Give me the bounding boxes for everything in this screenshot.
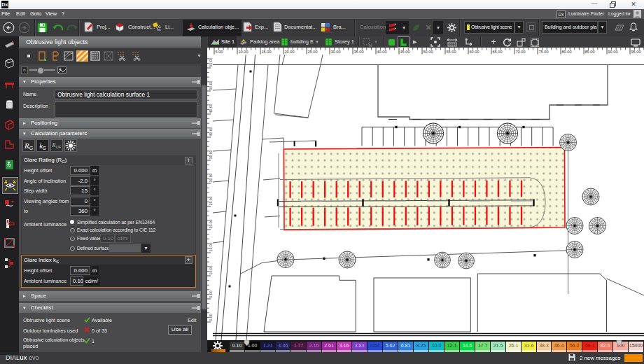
svg-text:45.00: 45.00 (400, 50, 410, 54)
svg-text:70.00: 70.00 (516, 50, 526, 54)
svg-text:40.00: 40.00 (209, 127, 213, 136)
svg-text:15.00: 15.00 (262, 50, 272, 54)
svg-text:90.00: 90.00 (608, 50, 618, 54)
svg-text:10.00: 10.00 (239, 50, 248, 54)
svg-text:50.00: 50.00 (424, 50, 433, 54)
svg-text:45.00: 45.00 (209, 104, 213, 113)
svg-text:20.00: 20.00 (209, 219, 213, 228)
svg-text:85.00: 85.00 (585, 50, 595, 54)
svg-text:35.00: 35.00 (354, 50, 364, 54)
svg-text:50.00: 50.00 (209, 80, 213, 90)
svg-text:5.00: 5.00 (216, 50, 223, 54)
svg-text:55.00: 55.00 (209, 57, 213, 66)
svg-text:95.00: 95.00 (631, 50, 641, 54)
svg-text:65.00: 65.00 (493, 50, 503, 54)
svg-text:15.00: 15.00 (209, 242, 213, 251)
svg-text:10.00: 10.00 (209, 265, 213, 274)
svg-text:75.00: 75.00 (539, 50, 549, 54)
svg-text:60.00: 60.00 (470, 50, 479, 54)
svg-text:25.00: 25.00 (308, 50, 318, 54)
svg-text:55.00: 55.00 (447, 50, 456, 54)
svg-text:30.00: 30.00 (209, 173, 213, 182)
svg-text:25.00: 25.00 (209, 196, 213, 205)
svg-text:20.00: 20.00 (285, 50, 295, 54)
svg-text:40.00: 40.00 (377, 50, 387, 54)
svg-text:80.00: 80.00 (562, 50, 572, 54)
svg-text:30.00: 30.00 (331, 50, 341, 54)
svg-text:35.00: 35.00 (209, 150, 213, 159)
